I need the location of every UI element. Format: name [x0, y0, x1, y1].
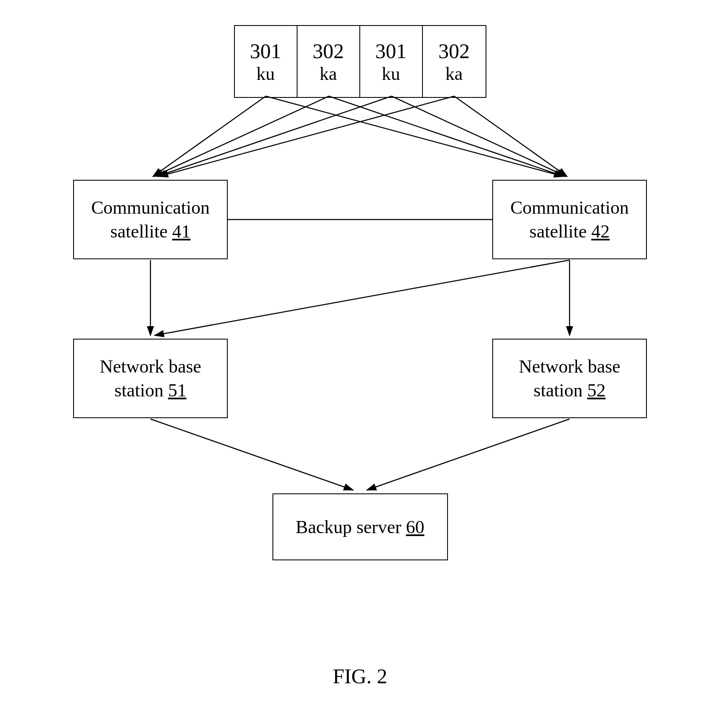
server-60-box: Backup server 60: [272, 493, 448, 560]
svg-line-7: [392, 96, 566, 176]
top-box-4-band: ka: [445, 63, 463, 84]
top-box-2-band: ka: [320, 63, 337, 84]
top-box-2-number: 302: [313, 39, 344, 63]
satellite-42-label: Communication satellite 42: [493, 196, 646, 243]
server-60-text: Backup server 60: [296, 517, 425, 537]
satellite-41-label: Communication satellite 41: [74, 196, 227, 243]
top-box-3: 301 ku: [360, 26, 423, 97]
station-52-label: Network basestation 52: [519, 355, 620, 402]
top-box-1-number: 301: [250, 39, 281, 63]
top-box-1: 301 ku: [235, 26, 298, 97]
satellite-42-text: Communication satellite: [510, 197, 629, 242]
satellite-42-box: Communication satellite 42: [492, 180, 647, 259]
svg-line-14: [367, 419, 570, 490]
top-box-1-band: ku: [257, 63, 275, 84]
station-52-box: Network basestation 52: [492, 339, 647, 418]
station-52-text: Network basestation 52: [519, 356, 620, 401]
top-box-3-band: ku: [382, 63, 400, 84]
station-51-box: Network basestation 51: [73, 339, 228, 418]
satellite-41-text: Communication satellite: [91, 197, 210, 242]
top-boxes-group: 301 ku 302 ka 301 ku 302 ka: [234, 25, 486, 98]
svg-line-3: [157, 96, 392, 176]
station-51-label: Network basestation 51: [99, 355, 201, 402]
svg-line-2: [154, 96, 329, 176]
svg-line-5: [266, 96, 563, 176]
figure-caption: FIG. 2: [333, 664, 387, 688]
svg-line-4: [159, 96, 454, 176]
satellite-41-id: 41: [172, 221, 191, 242]
satellite-41-box: Communication satellite 41: [73, 180, 228, 259]
svg-line-6: [329, 96, 564, 176]
satellite-42-id: 42: [591, 221, 610, 242]
svg-line-13: [150, 419, 353, 490]
top-box-4: 302 ka: [423, 26, 486, 97]
diagram: 301 ku 302 ka 301 ku 302 ka Communicatio…: [0, 0, 720, 728]
top-box-3-number: 301: [375, 39, 407, 63]
server-60-label: Backup server 60: [296, 516, 425, 538]
svg-line-8: [454, 96, 567, 176]
svg-line-11: [155, 260, 570, 335]
top-box-2: 302 ka: [298, 26, 360, 97]
svg-line-1: [153, 96, 266, 176]
station-51-text: Network basestation 51: [99, 356, 201, 401]
top-box-4-number: 302: [438, 39, 470, 63]
